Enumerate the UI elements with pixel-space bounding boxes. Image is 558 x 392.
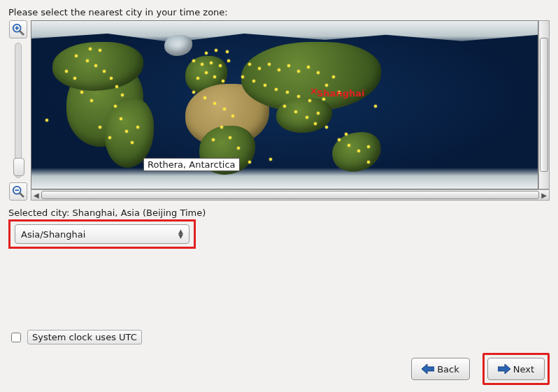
back-button[interactable]: Back <box>411 358 470 380</box>
zoom-in-icon <box>12 23 24 36</box>
map-scrollbar-horizontal-thumb[interactable] <box>41 191 539 199</box>
svg-marker-7 <box>422 364 434 374</box>
next-button[interactable]: Next <box>487 358 545 380</box>
selected-city-line: Selected city: Shanghai, Asia (Beijing T… <box>8 208 550 218</box>
map-wrap: × Shanghai Rothera, Antarctica ◀ ▶ <box>31 20 550 201</box>
prompt-label: Please select the nearest city in your t… <box>8 7 550 17</box>
combo-arrows-icon: ▲▼ <box>178 229 183 239</box>
utc-label[interactable]: System clock uses UTC <box>27 330 142 344</box>
selected-city-label: Shanghai <box>317 88 364 99</box>
world-map[interactable]: × Shanghai Rothera, Antarctica <box>31 20 538 189</box>
scroll-right-icon: ▶ <box>541 191 547 199</box>
utc-row: System clock uses UTC <box>8 330 142 344</box>
arrow-left-icon <box>422 364 434 374</box>
zoom-slider[interactable] <box>15 43 22 178</box>
svg-marker-8 <box>498 364 510 374</box>
next-button-label: Next <box>513 364 534 375</box>
utc-checkbox[interactable] <box>11 333 21 342</box>
hover-city-tooltip: Rothera, Antarctica <box>143 158 240 171</box>
zoom-controls <box>8 20 28 201</box>
map-scrollbar-vertical[interactable] <box>538 20 550 189</box>
svg-line-5 <box>20 194 24 197</box>
scroll-left-icon: ◀ <box>34 191 39 199</box>
timezone-highlight: Asia/Shanghai ▲▼ <box>8 219 196 249</box>
timezone-combobox[interactable]: Asia/Shanghai ▲▼ <box>15 224 189 244</box>
footer-buttons: Back Next <box>411 353 550 385</box>
zoom-out-icon <box>12 185 24 198</box>
timezone-value: Asia/Shanghai <box>21 229 85 240</box>
zoom-in-button[interactable] <box>9 20 27 38</box>
map-area: × Shanghai Rothera, Antarctica ◀ ▶ <box>8 20 550 201</box>
map-scrollbar-horizontal[interactable]: ◀ ▶ <box>31 189 550 201</box>
zoom-out-button[interactable] <box>9 182 27 201</box>
arrow-right-icon <box>498 364 510 374</box>
svg-line-1 <box>20 31 24 35</box>
next-highlight: Next <box>482 353 550 385</box>
back-button-label: Back <box>437 364 459 375</box>
map-scrollbar-vertical-thumb[interactable] <box>540 38 548 172</box>
zoom-slider-thumb[interactable] <box>13 158 24 176</box>
